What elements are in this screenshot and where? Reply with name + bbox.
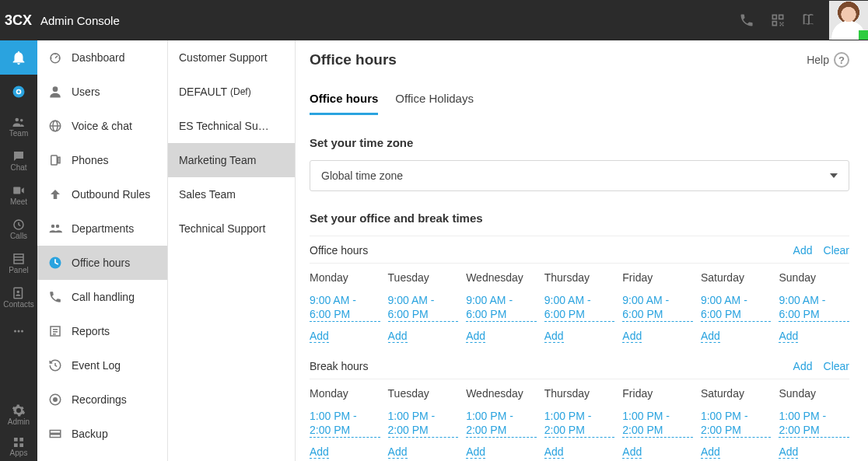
break-add-link[interactable]: Add [622,445,642,459]
dept-label: Marketing Team [179,154,256,166]
break-day-column: Monday1:00 PM - 2:00 PMAdd [310,387,388,459]
break-day-name: Tuesday [388,387,459,400]
timezone-select[interactable]: Global time zone [310,160,849,191]
rail-contacts[interactable]: Contacts [0,280,37,314]
nav-call-handling[interactable]: Call handling [37,280,167,314]
nav-backup[interactable]: Backup [37,417,167,451]
office-add-link[interactable]: Add [544,330,564,343]
rail-more[interactable] [0,314,37,348]
nav-recordings[interactable]: Recordings [37,382,167,417]
svg-rect-7 [14,254,23,264]
rail-apps[interactable]: Apps [0,431,37,461]
office-add-link[interactable]: Add [466,330,485,343]
office-add-global[interactable]: Add [793,244,813,257]
nav-voice-chat[interactable]: Voice & chat [37,109,167,143]
dept-customer-support[interactable]: Customer Support [168,40,295,75]
nav-users[interactable]: Users [37,75,167,109]
call-handling-icon [47,288,64,306]
dept-tech-support[interactable]: Technical Support [168,211,295,246]
office-clear-global[interactable]: Clear [824,244,849,257]
break-time-slot[interactable]: 1:00 PM - 2:00 PM [622,409,693,438]
dept-marketing[interactable]: Marketing Team [168,143,295,177]
svg-point-4 [20,118,23,121]
outbound-icon [47,186,64,203]
office-time-slot[interactable]: 9:00 AM - 6:00 PM [466,293,537,322]
office-time-slot[interactable]: 9:00 AM - 6:00 PM [388,293,459,322]
rail-chat[interactable]: Chat [0,143,37,177]
office-time-slot[interactable]: 9:00 AM - 6:00 PM [701,293,772,322]
chevron-down-icon [830,173,838,178]
avatar[interactable] [829,1,868,40]
office-day-name: Thursday [544,271,615,284]
nav-label: Recordings [72,393,127,406]
break-time-slot[interactable]: 1:00 PM - 2:00 PM [466,409,537,438]
help-label: Help [807,54,829,66]
office-time-slot[interactable]: 9:00 AM - 6:00 PM [622,293,693,322]
nav-event-log[interactable]: Event Log [37,348,167,382]
office-add-link[interactable]: Add [779,330,798,343]
break-add-link[interactable]: Add [544,445,564,459]
rail-browser[interactable] [0,75,37,109]
nav-departments[interactable]: Departments [37,211,167,246]
break-add-link[interactable]: Add [701,445,720,459]
docs-icon[interactable] [800,11,818,30]
break-time-slot[interactable]: 1:00 PM - 2:00 PM [310,409,380,438]
meet-icon [12,183,26,197]
office-time-slot[interactable]: 9:00 AM - 6:00 PM [544,293,615,322]
office-add-link[interactable]: Add [622,330,642,343]
rail-admin[interactable]: Admin [0,397,37,431]
break-day-name: Monday [310,387,380,400]
brand-title: Admin Console [40,14,120,27]
break-day-name: Friday [622,387,693,400]
rail-alerts[interactable] [0,40,37,75]
break-time-slot[interactable]: 1:00 PM - 2:00 PM [701,409,772,438]
break-add-link[interactable]: Add [466,445,485,459]
nav-reports[interactable]: Reports [37,314,167,348]
office-day-name: Tuesday [388,271,459,284]
break-time-slot[interactable]: 1:00 PM - 2:00 PM [544,409,615,438]
phone-icon[interactable] [737,11,756,30]
help-link[interactable]: Help ? [807,52,849,68]
rail-meet[interactable]: Meet [0,177,37,211]
rail-panel[interactable]: Panel [0,246,37,280]
rail-team[interactable]: Team [0,109,37,143]
break-add-global[interactable]: Add [793,360,813,372]
dept-label: Technical Support [179,222,265,235]
office-day-column: Wednesday9:00 AM - 6:00 PMAdd [466,271,544,343]
dashboard-icon [47,49,64,66]
break-day-column: Saturday1:00 PM - 2:00 PMAdd [701,387,779,459]
dept-label: ES Technical Su… [179,120,269,132]
break-day-column: Wednesday1:00 PM - 2:00 PMAdd [466,387,544,459]
break-time-slot[interactable]: 1:00 PM - 2:00 PM [388,409,459,438]
office-add-link[interactable]: Add [310,330,329,343]
nav-phones[interactable]: Phones [37,143,167,177]
brand-logo: 3CX [5,12,32,29]
office-time-slot[interactable]: 9:00 AM - 6:00 PM [779,293,849,322]
dept-suffix: (Def) [230,86,251,97]
tab-office-holidays[interactable]: Office Holidays [395,87,474,115]
break-add-link[interactable]: Add [779,445,798,459]
rail-contacts-label: Contacts [3,301,33,309]
break-clear-global[interactable]: Clear [824,360,849,372]
break-add-link[interactable]: Add [388,445,408,459]
office-day-column: Tuesday9:00 AM - 6:00 PMAdd [388,271,467,343]
timezone-value: Global time zone [321,169,403,182]
office-add-link[interactable]: Add [388,330,408,343]
dept-sales[interactable]: Sales Team [168,177,295,211]
nav-dashboard[interactable]: Dashboard [37,40,167,75]
nav-label: Event Log [72,359,121,372]
dept-es-tech[interactable]: ES Technical Su… [168,109,295,143]
tab-office-hours[interactable]: Office hours [310,87,378,115]
office-add-link[interactable]: Add [701,330,720,343]
clock-icon [47,254,64,271]
break-time-slot[interactable]: 1:00 PM - 2:00 PM [779,409,849,438]
departments-icon [47,220,64,237]
office-time-slot[interactable]: 9:00 AM - 6:00 PM [310,293,380,322]
nav-outbound[interactable]: Outbound Rules [37,177,167,211]
bell-icon [10,49,27,66]
nav-office-hours[interactable]: Office hours [37,246,167,280]
dept-default[interactable]: DEFAULT (Def) [168,75,295,109]
rail-calls[interactable]: Calls [0,211,37,246]
qr-icon[interactable] [768,11,787,30]
break-add-link[interactable]: Add [310,445,329,459]
